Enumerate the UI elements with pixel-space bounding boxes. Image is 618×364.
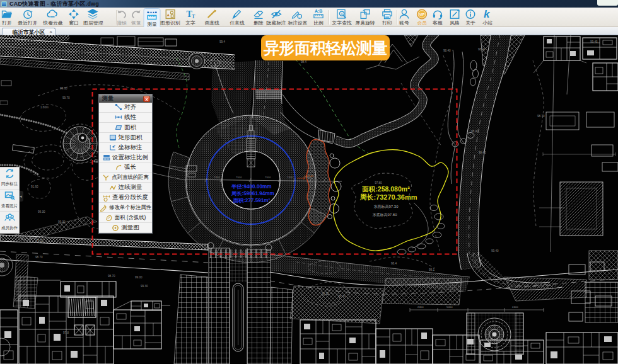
svg-text:T: T (192, 14, 195, 20)
svg-text:97.8: 97.8 (63, 331, 69, 334)
svg-text:VIP: VIP (419, 13, 425, 16)
svg-text:98.70: 98.70 (35, 256, 43, 259)
svg-text:99.60: 99.60 (60, 87, 67, 90)
svg-text:99.30: 99.30 (38, 210, 45, 213)
svg-text:A: A (341, 12, 343, 16)
svg-text:99.00: 99.00 (135, 276, 143, 279)
svg-text:98.40: 98.40 (471, 130, 479, 133)
svg-text:98.70: 98.70 (322, 292, 329, 295)
svg-text:周长:59061.94mm: 周长:59061.94mm (231, 190, 274, 196)
svg-text:2400: 2400 (417, 305, 424, 309)
svg-text:7000: 7000 (265, 176, 271, 179)
svg-text:7400: 7400 (287, 176, 293, 179)
svg-text:97.80: 97.80 (375, 181, 382, 185)
svg-text:4407.41: 4407.41 (304, 174, 314, 178)
svg-text:99.70: 99.70 (62, 96, 70, 100)
svg-text:2400: 2400 (512, 305, 518, 309)
svg-text:99.45: 99.45 (590, 40, 598, 43)
svg-text:97.01: 97.01 (36, 239, 44, 242)
svg-text:98.4: 98.4 (391, 262, 397, 265)
svg-text:98.4: 98.4 (301, 60, 306, 64)
svg-text:98.40: 98.40 (478, 48, 486, 51)
svg-text:99.30: 99.30 (58, 220, 66, 224)
svg-text:面积:258.080m²: 面积:258.080m² (361, 185, 410, 193)
svg-text:半径:9400.00mm: 半径:9400.00mm (231, 184, 271, 190)
svg-text:98.40: 98.40 (479, 151, 486, 154)
svg-text:98.40: 98.40 (443, 49, 451, 52)
svg-text:99.40: 99.40 (491, 249, 499, 253)
svg-text:5060: 5060 (446, 305, 453, 309)
svg-text:面积:277.591m²: 面积:277.591m² (233, 198, 271, 203)
svg-text:98.70: 98.70 (537, 115, 545, 118)
svg-text:A:B: A:B (315, 9, 322, 13)
svg-text:1.60m: 1.60m (40, 106, 49, 109)
svg-text:周长:73270.36mm: 周长:73270.36mm (359, 193, 417, 201)
svg-text:7000: 7000 (236, 176, 242, 179)
svg-text:99.4: 99.4 (219, 40, 225, 43)
svg-text:99.1: 99.1 (429, 268, 434, 271)
svg-text:7400: 7400 (214, 176, 220, 179)
svg-text:98.70: 98.70 (108, 275, 115, 278)
svg-text:99.30: 99.30 (141, 285, 148, 288)
svg-text:99.30: 99.30 (338, 295, 346, 298)
svg-text:水面标高97.30: 水面标高97.30 (373, 204, 399, 209)
svg-text:k: k (483, 8, 490, 20)
svg-text:水底标高97.80: 水底标高97.80 (372, 212, 397, 217)
svg-text:91.60: 91.60 (31, 185, 38, 188)
